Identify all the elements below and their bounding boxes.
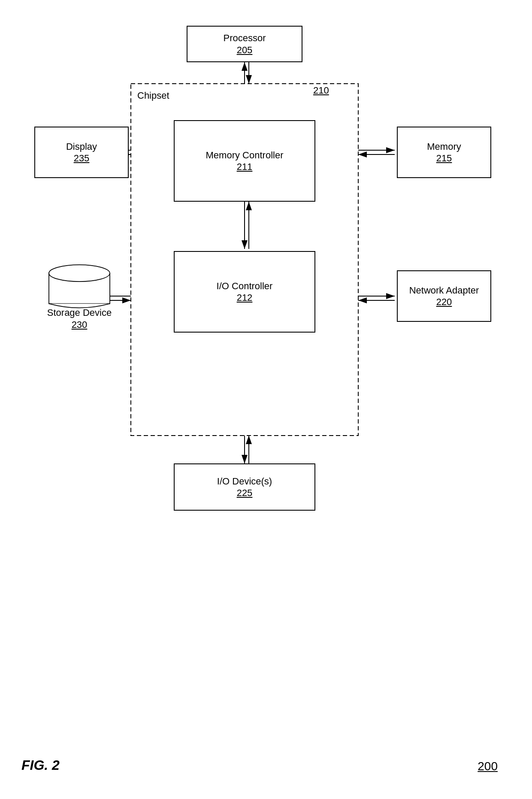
processor-label: Processor (223, 32, 266, 45)
memory-controller-box: Memory Controller 211 (174, 120, 315, 202)
io-devices-box: I/O Device(s) 225 (174, 463, 315, 511)
chipset-number: 210 (313, 85, 329, 96)
network-adapter-number: 220 (436, 297, 452, 308)
display-box: Display 235 (34, 127, 129, 178)
io-devices-number: 225 (237, 487, 253, 499)
processor-number: 205 (237, 45, 253, 56)
io-controller-number: 212 (237, 292, 253, 303)
io-controller-label: I/O Controller (217, 280, 273, 293)
network-adapter-label: Network Adapter (409, 284, 479, 297)
io-devices-label: I/O Device(s) (217, 475, 272, 488)
memory-label: Memory (427, 141, 461, 153)
processor-box: Processor 205 (187, 26, 302, 62)
storage-device-label: Storage Device (47, 307, 112, 318)
storage-device-number: 230 (72, 319, 88, 330)
network-adapter-box: Network Adapter 220 (397, 270, 491, 322)
display-number: 235 (74, 153, 90, 164)
svg-point-19 (49, 265, 110, 281)
io-controller-box: I/O Controller 212 (174, 251, 315, 333)
figure-label: FIG. 2 (21, 757, 60, 773)
memory-controller-number: 211 (237, 161, 253, 173)
memory-box: Memory 215 (397, 127, 491, 178)
figure-reference-number: 200 (478, 760, 498, 773)
memory-number: 215 (436, 153, 452, 164)
diagram: Chipset Processor 205 Memory Controller … (21, 17, 511, 618)
svg-text:Chipset: Chipset (137, 90, 169, 101)
display-label: Display (66, 141, 97, 153)
memory-controller-label: Memory Controller (206, 149, 284, 162)
storage-device: Storage Device 230 (32, 262, 127, 330)
